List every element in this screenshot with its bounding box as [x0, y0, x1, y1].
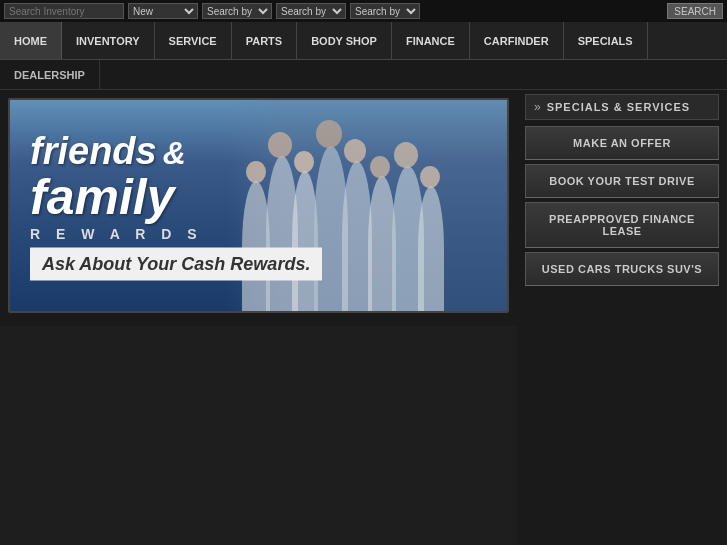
top-search-bar: New Search by Year Search by Make Search… [0, 0, 727, 22]
right-sidebar: » SPECIALS & SERVICES MAKE AN OFFER BOOK… [517, 90, 727, 545]
nav-finance[interactable]: FINANCE [392, 22, 470, 59]
book-test-drive-button[interactable]: BOOK YOUR TEST DRIVE [525, 164, 719, 198]
used-cars-button[interactable]: USED CARS TRUCKS SUV'S [525, 252, 719, 286]
nav-home[interactable]: HOME [0, 22, 62, 59]
left-lower-area [0, 326, 517, 546]
new-used-dropdown[interactable]: New [128, 3, 198, 19]
banner-text: friends & family R E W A R D S Ask About… [30, 131, 322, 280]
left-panel: friends & family R E W A R D S Ask About… [0, 90, 517, 545]
banner-family-text: family [30, 171, 322, 221]
specials-header: » SPECIALS & SERVICES [525, 94, 719, 120]
specials-arrow-icon: » [534, 100, 541, 114]
nav-inventory[interactable]: INVENTORY [62, 22, 155, 59]
banner-tagline: Ask About Your Cash Rewards. [30, 247, 322, 280]
search-by-price-dropdown[interactable]: Search by Price [350, 3, 420, 19]
subnav-dealership[interactable]: DEALERSHIP [0, 60, 100, 89]
main-navigation: HOME INVENTORY SERVICE PARTS BODY SHOP F… [0, 22, 727, 60]
preapproved-finance-button[interactable]: PREAPPROVED FINANCE LEASE [525, 202, 719, 248]
promo-banner: friends & family R E W A R D S Ask About… [8, 98, 509, 313]
specials-title: SPECIALS & SERVICES [547, 101, 691, 113]
nav-parts[interactable]: PARTS [232, 22, 297, 59]
banner-section: friends & family R E W A R D S Ask About… [0, 90, 517, 326]
search-button[interactable]: SEARCH [667, 3, 723, 19]
make-offer-button[interactable]: MAKE AN OFFER [525, 126, 719, 160]
nav-body-shop[interactable]: BODY SHOP [297, 22, 392, 59]
content-area: friends & family R E W A R D S Ask About… [0, 90, 727, 545]
search-by-make-dropdown[interactable]: Search by Make [276, 3, 346, 19]
sub-navigation: DEALERSHIP [0, 60, 727, 90]
banner-rewards-text: R E W A R D S [30, 225, 322, 241]
banner-ampersand: & [163, 134, 186, 171]
search-inventory-input[interactable] [4, 3, 124, 19]
nav-specials[interactable]: SPECIALS [564, 22, 648, 59]
nav-service[interactable]: SERVICE [155, 22, 232, 59]
nav-carfinder[interactable]: CARFINDER [470, 22, 564, 59]
search-by-year-dropdown[interactable]: Search by Year [202, 3, 272, 19]
banner-friends-text: friends [30, 131, 157, 169]
